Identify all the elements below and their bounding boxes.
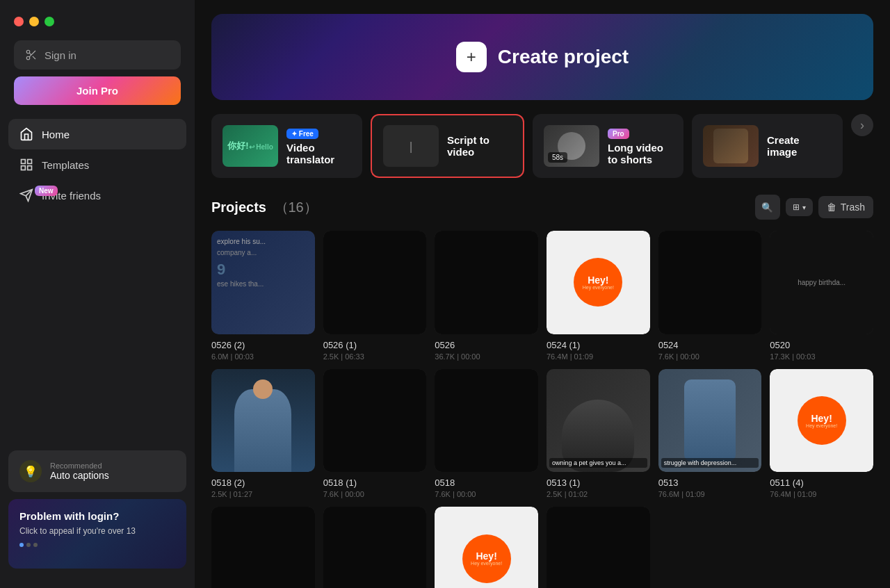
create-project-label: Create project (498, 46, 629, 68)
project-item-row3-1[interactable] (211, 507, 315, 588)
auto-captions-text: Recommended Auto captions (50, 462, 109, 481)
project-item-0526-2[interactable]: explore his su... company a... 9 ese hik… (211, 231, 315, 361)
close-button[interactable] (14, 17, 24, 26)
long-video-title: Long video to shorts (608, 142, 672, 165)
main-content: + Create project 你好! ↩ Hello ✦ Free Vide… (195, 0, 890, 588)
projects-actions: 🔍 ⊞ ▾ 🗑 Trash (755, 195, 873, 220)
dot-3 (33, 543, 38, 547)
projects-header: Projects （16） 🔍 ⊞ ▾ 🗑 Trash (211, 195, 873, 220)
project-thumb-0518-2 (211, 369, 315, 473)
project-name: 0526 (435, 340, 538, 350)
svg-line-4 (29, 53, 31, 55)
trash-icon: 🗑 (827, 202, 836, 213)
sign-in-button[interactable]: Sign in (14, 40, 181, 70)
feature-video-translator[interactable]: 你好! ↩ Hello ✦ Free Video translator (211, 114, 362, 178)
project-meta: 76.6M | 01:09 (658, 490, 762, 498)
projects-title: Projects （16） (211, 198, 318, 217)
auth-section: Sign in Join Pro (0, 40, 195, 105)
maximize-button[interactable] (44, 17, 54, 26)
project-meta: 2.5K | 01:02 (547, 490, 650, 498)
templates-icon (19, 158, 33, 172)
sidebar: Sign in Join Pro Home Templates Invite f… (0, 0, 195, 588)
search-button[interactable]: 🔍 (755, 195, 780, 220)
create-image-title: Create image (767, 134, 832, 158)
invite-icon (19, 188, 33, 202)
feature-script-to-video[interactable]: | Script to video (371, 114, 524, 178)
project-name: 0526 (1) (323, 340, 427, 350)
project-item-0524-1[interactable]: Hey! Hey everyone! 0524 (1) 76.4M | 01:0… (547, 231, 650, 361)
nav-item-invite[interactable]: Invite friends New (8, 180, 186, 211)
nav-item-home[interactable]: Home (8, 119, 186, 149)
feature-create-image[interactable]: Create image (692, 114, 843, 178)
project-item-row3-2[interactable] (323, 507, 427, 588)
create-project-banner[interactable]: + Create project (211, 14, 873, 100)
video-translator-info: ✦ Free Video translator (286, 126, 351, 165)
project-thumb-0513: struggle with depression... (658, 369, 762, 473)
project-item-0524[interactable]: 0524 7.6K | 00:00 (658, 231, 762, 361)
feature-long-video[interactable]: 58s Pro Long video to shorts (533, 114, 683, 178)
project-thumb-row3-1 (211, 507, 315, 588)
script-to-video-title: Script to video (447, 134, 512, 158)
man-caption: struggle with depression... (661, 458, 759, 468)
create-image-info: Create image (767, 134, 832, 158)
project-meta: 7.6K | 00:00 (435, 490, 538, 498)
project-thumb-0526-2: explore his su... company a... 9 ese hik… (211, 231, 315, 334)
project-thumb-0511-4: Hey! Hey everyone! (770, 369, 873, 473)
project-item-0513[interactable]: struggle with depression... 0513 76.6M |… (658, 369, 762, 499)
dot-1 (19, 543, 24, 547)
recommended-label: Recommended (50, 462, 109, 470)
problem-card[interactable]: Problem with login? Click to appeal if y… (8, 499, 186, 569)
grid-icon: ⊞ (793, 202, 800, 212)
nav-item-templates[interactable]: Templates (8, 149, 186, 180)
project-item-row3-4[interactable] (547, 507, 650, 588)
svg-point-1 (26, 56, 30, 60)
trash-button[interactable]: 🗑 Trash (818, 196, 873, 218)
video-translator-title: Video translator (286, 142, 351, 165)
project-item-0518-2[interactable]: 0518 (2) 2.5K | 01:27 (211, 369, 315, 499)
create-image-thumb (703, 125, 759, 167)
project-item-0526[interactable]: 0526 36.7K | 00:00 (435, 231, 538, 361)
project-thumb-0526-1 (323, 231, 427, 334)
project-name: 0518 (1) (323, 477, 427, 488)
project-item-0520[interactable]: happy birthda... 0520 17.3K | 00:03 (770, 231, 873, 361)
project-meta: 6.0M | 00:03 (211, 352, 315, 361)
project-item-0526-1[interactable]: 0526 (1) 2.5K | 06:33 (323, 231, 427, 361)
feature-cards-row: 你好! ↩ Hello ✦ Free Video translator | Sc… (211, 114, 873, 178)
project-item-0513-1[interactable]: owning a pet gives you a... 0513 (1) 2.5… (547, 369, 650, 499)
bulb-icon: 💡 (19, 460, 42, 482)
video-translator-thumb: 你好! ↩ Hello (222, 125, 278, 167)
join-pro-button[interactable]: Join Pro (14, 76, 181, 105)
sidebar-bottom: 💡 Recommended Auto captions Problem with… (0, 442, 195, 577)
minimize-button[interactable] (29, 17, 39, 26)
svg-rect-7 (22, 166, 26, 170)
svg-line-3 (33, 56, 35, 59)
problem-desc-text: Click to appeal if you're over 13 (19, 526, 136, 536)
project-name: 0518 (2) (211, 477, 315, 488)
cat-caption: owning a pet gives you a... (549, 458, 647, 468)
nav-templates-label: Templates (42, 159, 89, 171)
chevron-right-button[interactable]: › (851, 114, 873, 136)
project-thumb-row3-2 (323, 507, 427, 588)
home-icon (19, 127, 33, 141)
free-badge: ✦ Free (286, 129, 318, 139)
problem-dots (19, 543, 175, 547)
project-meta: 2.5K | 01:27 (211, 490, 315, 498)
view-toggle-button[interactable]: ⊞ ▾ (786, 198, 813, 216)
project-item-0511-4[interactable]: Hey! Hey everyone! 0511 (4) 76.4M | 01:0… (770, 369, 873, 499)
chevron-right-icon: › (860, 118, 864, 133)
problem-desc: Click to appeal if you're over 13 (19, 526, 175, 536)
project-item-0518-1[interactable]: 0518 (1) 7.6K | 00:00 (323, 369, 427, 499)
svg-rect-8 (28, 166, 32, 170)
project-item-row3-3[interactable]: Hey! Hey everyone! (435, 507, 538, 588)
nav-home-label: Home (42, 129, 70, 140)
projects-grid: explore his su... company a... 9 ese hik… (211, 231, 873, 588)
project-name: 0524 (1) (547, 340, 650, 350)
project-item-0518[interactable]: 0518 7.6K | 00:00 (435, 369, 538, 499)
project-name: 0518 (435, 477, 538, 488)
project-meta: 7.6K | 00:00 (323, 490, 427, 498)
project-name: 0513 (658, 477, 762, 488)
project-meta: 36.7K | 00:00 (435, 352, 538, 361)
auto-captions-card[interactable]: 💡 Recommended Auto captions (8, 450, 186, 492)
trash-label: Trash (841, 202, 865, 213)
long-video-info: Pro Long video to shorts (608, 126, 672, 165)
